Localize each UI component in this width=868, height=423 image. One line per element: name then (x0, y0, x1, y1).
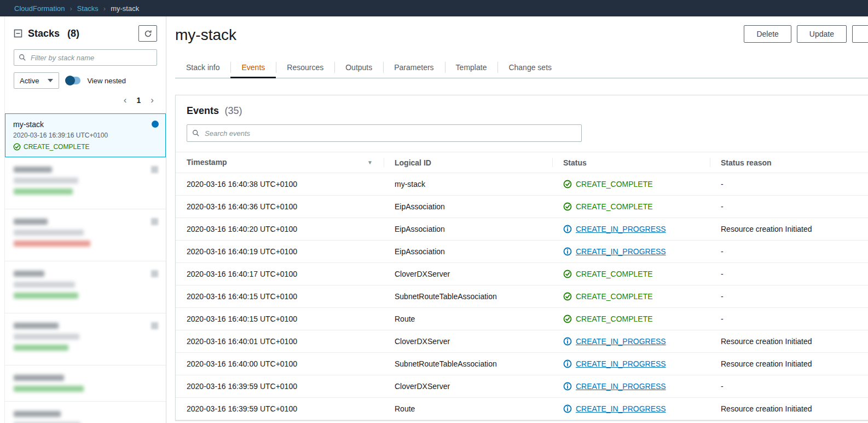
table-row: 2020-03-16 16:40:20 UTC+0100 EipAssociat… (176, 218, 868, 241)
stack-name: my-stack (13, 120, 158, 129)
breadcrumb-link-stacks[interactable]: Stacks (77, 4, 99, 13)
page-title: my-stack (175, 26, 236, 44)
column-header-status-reason[interactable]: Status reason (710, 152, 868, 173)
status-complete-icon (563, 292, 572, 301)
stack-selected-radio[interactable] (152, 121, 159, 128)
status-complete-icon (563, 315, 572, 323)
event-timestamp: 2020-03-16 16:40:01 UTC+0100 (176, 330, 384, 353)
event-status-reason: Resource creation Initiated (710, 330, 868, 353)
redacted-text-bar (14, 178, 78, 184)
status-filter-value: Active (20, 77, 39, 85)
refresh-button[interactable] (138, 25, 157, 42)
stack-list-item-redacted[interactable] (5, 365, 166, 402)
redacted-badge (151, 270, 158, 277)
event-status-reason: - (710, 173, 868, 196)
event-status-label[interactable]: CREATE_COMPLETE (576, 315, 653, 323)
stack-filter-input[interactable] (14, 49, 157, 66)
stack-list-item-redacted[interactable] (5, 261, 166, 313)
tab-change-sets[interactable]: Change sets (497, 57, 563, 78)
pagination-prev-button[interactable]: ‹ (124, 95, 127, 105)
event-status-label[interactable]: CREATE_COMPLETE (576, 202, 653, 211)
event-status: CREATE_IN_PROGRESS (563, 404, 699, 413)
table-row: 2020-03-16 16:40:36 UTC+0100 EipAssociat… (176, 196, 868, 218)
update-button[interactable]: Update (797, 25, 847, 43)
stack-list-item-selected[interactable]: my-stack 2020-03-16 16:39:16 UTC+0100 CR… (5, 113, 166, 157)
event-status: CREATE_COMPLETE (563, 315, 699, 323)
events-search-input[interactable] (187, 124, 582, 142)
breadcrumb-link-cloudformation[interactable]: CloudFormation (14, 4, 65, 13)
column-header-logical-id[interactable]: Logical ID (384, 152, 552, 173)
sidebar-header: Stacks (8) (5, 16, 166, 45)
event-logical-id: EipAssociation (384, 196, 552, 218)
tab-stack-info[interactable]: Stack info (175, 57, 230, 78)
breadcrumb-separator: › (70, 4, 72, 13)
event-timestamp: 2020-03-16 16:40:20 UTC+0100 (176, 218, 384, 241)
stacks-sidebar: Stacks (8) Active View nested (4, 16, 166, 423)
tab-events[interactable]: Events (230, 57, 276, 78)
stack-filter (14, 49, 157, 66)
tabs: Stack infoEventsResourcesOutputsParamete… (175, 57, 868, 78)
event-status-label[interactable]: CREATE_COMPLETE (576, 180, 653, 188)
event-status-label[interactable]: CREATE_IN_PROGRESS (576, 337, 666, 346)
event-timestamp: 2020-03-16 16:40:00 UTC+0100 (176, 353, 384, 375)
stack-list-item-redacted[interactable] (5, 313, 166, 365)
stack-list: my-stack 2020-03-16 16:39:16 UTC+0100 CR… (5, 113, 166, 423)
view-nested-label: View nested (87, 77, 126, 85)
event-logical-id: CloverDXServer (384, 330, 552, 353)
table-row: 2020-03-16 16:40:15 UTC+0100 SubnetRoute… (176, 285, 868, 308)
event-timestamp: 2020-03-16 16:40:17 UTC+0100 (176, 263, 384, 285)
table-row: 2020-03-16 16:40:38 UTC+0100 my-stack CR… (176, 173, 868, 196)
stack-list-item-redacted[interactable] (5, 402, 166, 423)
redacted-text-bar (14, 386, 84, 392)
column-header-status[interactable]: Status (552, 152, 710, 173)
toggle-knob-icon (65, 76, 75, 85)
column-header-timestamp[interactable]: Timestamp ▼ (176, 152, 384, 173)
redacted-text-bar (14, 334, 79, 340)
tab-parameters[interactable]: Parameters (383, 57, 444, 78)
event-logical-id: CloverDXServer (384, 263, 552, 285)
redacted-badge (151, 218, 158, 225)
event-status-label[interactable]: CREATE_COMPLETE (576, 270, 653, 278)
tab-template[interactable]: Template (445, 57, 498, 78)
redacted-text-bar (14, 167, 52, 173)
stacks-title: Stacks (28, 28, 60, 39)
event-status: CREATE_IN_PROGRESS (563, 382, 699, 391)
table-row: 2020-03-16 16:40:17 UTC+0100 CloverDXSer… (176, 263, 868, 285)
event-timestamp: 2020-03-16 16:40:19 UTC+0100 (176, 241, 384, 263)
delete-button[interactable]: Delete (744, 25, 791, 43)
status-filter-dropdown[interactable]: Active (14, 72, 59, 89)
stacks-count: (8) (67, 28, 79, 39)
status-complete-icon (13, 143, 21, 151)
pagination-current-page[interactable]: 1 (137, 96, 141, 105)
event-timestamp: 2020-03-16 16:40:36 UTC+0100 (176, 196, 384, 218)
event-logical-id: EipAssociation (384, 218, 552, 241)
table-row: 2020-03-16 16:40:15 UTC+0100 Route CREAT… (176, 308, 868, 330)
event-status-label[interactable]: CREATE_COMPLETE (576, 292, 653, 301)
tab-resources[interactable]: Resources (276, 57, 334, 78)
events-table-body: 2020-03-16 16:40:38 UTC+0100 my-stack CR… (176, 173, 868, 420)
redacted-text-bar (14, 375, 64, 381)
event-status-label[interactable]: CREATE_IN_PROGRESS (576, 382, 666, 391)
stacks-pagination: ‹ 1 › (5, 89, 166, 109)
tab-outputs[interactable]: Outputs (334, 57, 383, 78)
sort-descending-icon[interactable]: ▼ (367, 158, 373, 167)
status-in-progress-icon (563, 359, 572, 368)
event-status-reason: - (710, 285, 868, 308)
stack-actions-button[interactable] (852, 25, 868, 43)
event-status-label[interactable]: CREATE_IN_PROGRESS (576, 404, 666, 413)
stack-list-item-redacted[interactable] (5, 209, 166, 261)
event-status-label[interactable]: CREATE_IN_PROGRESS (576, 225, 666, 233)
collapse-panel-icon[interactable] (14, 29, 22, 38)
event-timestamp: 2020-03-16 16:40:15 UTC+0100 (176, 285, 384, 308)
event-status-reason: - (710, 241, 868, 263)
view-nested-toggle[interactable] (66, 77, 80, 84)
event-status: CREATE_IN_PROGRESS (563, 225, 699, 233)
table-row: 2020-03-16 16:40:19 UTC+0100 EipAssociat… (176, 241, 868, 263)
pagination-next-button[interactable]: › (151, 95, 154, 105)
status-complete-icon (563, 180, 572, 188)
events-title: Events (187, 105, 219, 116)
event-status-label[interactable]: CREATE_IN_PROGRESS (576, 247, 666, 256)
event-status-label[interactable]: CREATE_IN_PROGRESS (576, 359, 666, 368)
table-row: 2020-03-16 16:39:59 UTC+0100 CloverDXSer… (176, 375, 868, 398)
stack-list-item-redacted[interactable] (5, 157, 166, 209)
